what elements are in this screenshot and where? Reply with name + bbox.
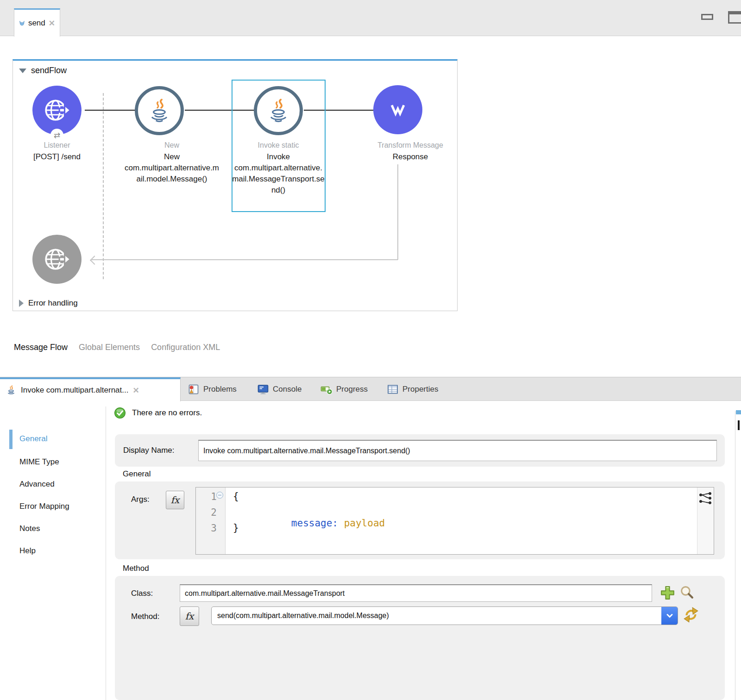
sidebar-item-error-mapping[interactable]: Error Mapping — [19, 502, 69, 513]
tab-properties-label: Properties — [402, 385, 438, 394]
java-icon — [6, 385, 17, 396]
tab-message-flow[interactable]: Message Flow — [14, 343, 68, 352]
tab-invoke-properties[interactable]: Invoke com.multipart.alternat... ✕ — [0, 377, 181, 401]
node-sublabel: [POST] /send — [20, 151, 94, 162]
node-type-label: Invoke static — [232, 139, 325, 151]
line-number: 3 — [211, 523, 217, 534]
tab-progress-label: Progress — [336, 385, 368, 394]
properties-table-icon — [387, 383, 399, 395]
mule-flow-icon — [19, 18, 25, 29]
dataweave-structure-icon[interactable] — [698, 491, 712, 505]
tab-invoke-properties-label: Invoke com.multipart.alternat... — [21, 386, 128, 395]
line-number: 2 — [211, 507, 217, 518]
adjacent-view-accent — [736, 410, 741, 414]
display-name-label: Display Name: — [123, 446, 175, 455]
tab-console-label: Console — [273, 385, 301, 394]
flow-view-tabs: Message Flow Global Elements Configurati… — [14, 343, 220, 352]
tab-properties[interactable]: Properties — [387, 377, 438, 401]
node-java-new[interactable] — [135, 86, 184, 135]
adjacent-view-border — [735, 411, 735, 700]
node-transform-message[interactable] — [373, 85, 422, 134]
code-line-3: } — [233, 522, 239, 533]
refresh-icon — [682, 606, 700, 624]
display-name-input[interactable]: Invoke com.multipart.alternative.mail.Me… — [198, 440, 717, 461]
java-icon — [265, 97, 292, 124]
node-java-invoke-static[interactable] — [254, 86, 303, 135]
tab-progress[interactable]: Progress — [320, 377, 368, 401]
expand-error-handling-icon[interactable] — [19, 300, 24, 307]
tab-configuration-xml[interactable]: Configuration XML — [151, 343, 220, 352]
status-row: There are no errors. — [114, 407, 202, 419]
anypoint-studio-window: send ✕ sendFlow — [0, 0, 741, 700]
node-type-label: New — [123, 139, 220, 151]
sidebar-divider — [106, 406, 106, 700]
args-label: Args: — [131, 495, 150, 504]
error-handling-label: Error handling — [28, 299, 78, 308]
progress-icon — [320, 383, 333, 395]
chevron-down-icon — [665, 611, 674, 620]
code-line-1: { — [233, 491, 239, 502]
code-line-2: message: payload — [256, 506, 385, 540]
code-fold-icon[interactable] — [216, 492, 223, 499]
sidebar-item-help[interactable]: Help — [19, 546, 36, 557]
add-class-button[interactable] — [659, 585, 676, 601]
globe-arrow-icon — [43, 245, 71, 273]
args-fx-button[interactable]: fx — [166, 491, 184, 509]
console-icon — [257, 383, 269, 395]
java-icon — [146, 97, 173, 124]
class-input[interactable]: com.multipart.alternative.mail.MessageTr… — [180, 584, 652, 602]
tab-send[interactable]: send ✕ — [14, 8, 60, 37]
magnifier-icon — [679, 585, 695, 601]
tab-invoke-properties-close-icon[interactable]: ✕ — [132, 387, 139, 394]
node-label-transform: Transform Message Response — [350, 139, 471, 162]
response-connector-horizontal — [92, 259, 398, 260]
dataweave-icon — [386, 98, 410, 122]
node-label-invoke: Invoke static Invoke com.multipart.alter… — [232, 139, 325, 196]
tab-console[interactable]: Console — [257, 377, 301, 401]
node-sublabel: New com.multipart.alternative.mail.model… — [123, 151, 220, 185]
tab-send-label: send — [28, 19, 45, 28]
sidebar-active-indicator — [9, 430, 13, 449]
reload-methods-button[interactable] — [682, 606, 700, 624]
editor-tab-bar: send ✕ — [0, 0, 741, 36]
problems-icon — [188, 383, 200, 395]
tab-global-elements[interactable]: Global Elements — [79, 343, 140, 352]
sidebar-item-advanced[interactable]: Advanced — [19, 480, 55, 491]
method-select-dropdown-button[interactable] — [661, 606, 678, 625]
node-http-listener[interactable] — [32, 86, 82, 135]
node-label-new: New New com.multipart.alternative.mail.m… — [123, 139, 220, 185]
method-select-value: send(com.multipart.alternative.mail.mode… — [217, 612, 389, 620]
code-value: payload — [344, 518, 385, 529]
editor-side-strip — [697, 488, 714, 554]
bottom-panel-tab-bar: Invoke com.multipart.alternat... ✕ Probl… — [0, 377, 741, 401]
status-text: There are no errors. — [132, 408, 202, 418]
sidebar-item-mime-type[interactable]: MIME Type — [19, 457, 59, 469]
method-select[interactable]: send(com.multipart.alternative.mail.mode… — [211, 606, 678, 625]
adjacent-view-text-fragment — [738, 420, 740, 430]
node-label-listener: Listener [POST] /send — [20, 139, 94, 162]
node-sublabel: Invoke com.multipart.alternative.mail.Me… — [232, 151, 325, 196]
browse-class-button[interactable] — [679, 585, 695, 601]
sidebar-item-general[interactable]: General — [19, 434, 47, 445]
class-label: Class: — [131, 589, 153, 598]
line-number: 1 — [211, 491, 217, 502]
plus-icon — [659, 585, 676, 601]
globe-arrow-icon — [43, 96, 71, 124]
error-handling-section[interactable]: Error handling — [19, 299, 78, 308]
minimize-view-icon[interactable] — [701, 14, 713, 20]
flow-canvas: sendFlow ⇄ — [13, 59, 458, 311]
tab-problems[interactable]: Problems — [188, 377, 237, 401]
code-key: message: — [291, 518, 338, 529]
flow-title: sendFlow — [31, 66, 67, 75]
method-fx-button[interactable]: fx — [180, 606, 199, 626]
maximize-view-icon[interactable] — [728, 11, 741, 24]
node-response-endpoint[interactable] — [32, 235, 82, 284]
node-type-label: Transform Message — [350, 139, 471, 151]
response-connector-vertical — [397, 164, 398, 260]
node-sublabel: Response — [350, 151, 471, 162]
args-code-editor[interactable]: 1 2 3 { message: payload } — [195, 487, 714, 555]
tab-problems-label: Problems — [203, 385, 237, 394]
collapse-flow-icon[interactable] — [19, 69, 26, 73]
sidebar-item-notes[interactable]: Notes — [19, 524, 40, 535]
tab-send-close-icon[interactable]: ✕ — [49, 19, 55, 27]
